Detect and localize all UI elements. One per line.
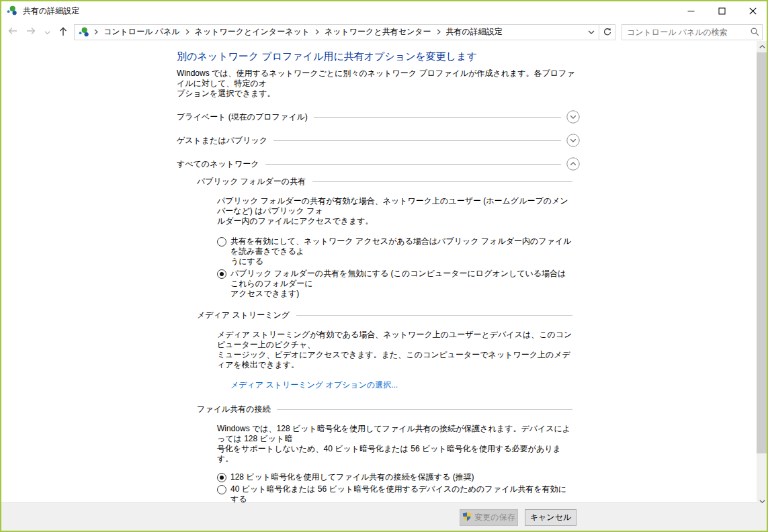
profile-guest-public: ゲストまたはパブリック [177, 134, 580, 147]
section-title: ファイル共有の接続 [197, 404, 277, 415]
navigation-toolbar: コントロール パネル ネットワークとインターネット ネットワークと共有センター … [0, 21, 768, 42]
settings-content: 別のネットワーク プロファイル用に共有オプションを変更します Windows で… [0, 42, 757, 502]
divider [273, 140, 561, 141]
radio-128bit-encryption[interactable]: 128 ビット暗号化を使用してファイル共有の接続を保護する (推奨) [217, 472, 572, 482]
back-icon[interactable] [7, 26, 18, 38]
up-icon[interactable] [58, 26, 69, 39]
breadcrumb-network-internet[interactable]: ネットワークとインターネット [194, 25, 310, 39]
radio-icon[interactable] [217, 269, 226, 279]
section-description: パブリック フォルダーの共有が有効な場合、ネットワーク上のユーザー (ホームグル… [217, 196, 572, 226]
window-controls [675, 0, 768, 21]
breadcrumb-network-sharing-center[interactable]: ネットワークと共有センター [324, 25, 432, 39]
refresh-icon[interactable] [599, 24, 615, 40]
breadcrumb-separator-icon [437, 29, 441, 35]
nav-buttons [0, 26, 74, 39]
cancel-label: キャンセル [530, 512, 571, 523]
radio-40-56bit-encryption[interactable]: 40 ビット暗号化または 56 ビット暗号化を使用するデバイスのためのファイル共… [217, 484, 572, 502]
section-title: パブリック フォルダーの共有 [197, 176, 312, 187]
divider [312, 181, 572, 182]
section-description: Windows では、128 ビット暗号化を使用してファイル共有の接続が保護され… [217, 424, 572, 464]
footer-bar: 変更の保存 キャンセル [0, 502, 768, 532]
search-box [622, 24, 763, 40]
radio-icon[interactable] [217, 237, 226, 247]
radio-public-folder-on[interactable]: 共有を有効にして、ネットワーク アクセスがある場合はパブリック フォルダー内のフ… [217, 236, 572, 267]
profile-all-networks: すべてのネットワーク [177, 157, 580, 171]
minimize-button[interactable] [675, 0, 706, 21]
breadcrumb-control-panel[interactable]: コントロール パネル [103, 25, 181, 39]
all-networks-panel: パブリック フォルダーの共有 パブリック フォルダーの共有が有効な場合、ネットワ… [197, 176, 572, 502]
profile-private-label: プライベート (現在のプロファイル) [177, 112, 314, 123]
scroll-up-icon[interactable] [757, 41, 768, 52]
address-bar[interactable]: コントロール パネル ネットワークとインターネット ネットワークと共有センター … [74, 24, 599, 40]
search-input[interactable] [622, 28, 747, 37]
collapse-all-networks-icon[interactable] [566, 157, 580, 171]
profile-private: プライベート (現在のプロファイル) [177, 110, 580, 124]
advanced-sharing-settings-window: 共有の詳細設定 [0, 0, 768, 42]
page-intro: Windows では、使用するネットワークごとに別々のネットワーク プロファイル… [177, 69, 577, 99]
scrollbar-thumb[interactable] [757, 52, 768, 453]
public-folder-options: 共有を有効にして、ネットワーク アクセスがある場合はパブリック フォルダー内のフ… [217, 236, 572, 299]
page-title: 別のネットワーク プロファイル用に共有オプションを変更します [177, 50, 757, 63]
cancel-button[interactable]: キャンセル [525, 509, 577, 526]
radio-icon[interactable] [217, 473, 226, 482]
search-icon[interactable] [747, 27, 762, 37]
close-button[interactable] [737, 0, 768, 21]
save-changes-button[interactable]: 変更の保存 [460, 509, 518, 526]
section-public-folder-sharing: パブリック フォルダーの共有 [197, 176, 572, 187]
divider [296, 315, 572, 316]
address-dropdown-icon[interactable] [584, 25, 599, 40]
section-description: メディア ストリーミングが有効である場合、ネットワーク上のユーザーとデバイスは、… [217, 330, 572, 370]
network-sharing-icon [7, 5, 17, 16]
expand-guest-icon[interactable] [566, 134, 580, 147]
address-network-icon [79, 27, 89, 38]
title-bar: 共有の詳細設定 [0, 0, 768, 21]
profile-all-networks-label: すべてのネットワーク [177, 159, 265, 170]
vertical-scrollbar[interactable] [757, 41, 768, 507]
section-title: メディア ストリーミング [197, 310, 296, 321]
address-bar-group: コントロール パネル ネットワークとインターネット ネットワークと共有センター … [74, 24, 615, 40]
section-file-sharing-connections: ファイル共有の接続 [197, 404, 572, 415]
divider [277, 409, 572, 410]
window-title: 共有の詳細設定 [23, 5, 79, 17]
section-media-streaming: メディア ストリーミング [197, 310, 572, 321]
forward-icon[interactable] [26, 26, 37, 38]
save-changes-label: 変更の保存 [474, 512, 515, 523]
file-sharing-options: 128 ビット暗号化を使用してファイル共有の接続を保護する (推奨) 40 ビッ… [217, 472, 572, 502]
breadcrumb-separator-icon [94, 29, 98, 35]
breadcrumb-separator-icon [185, 29, 189, 35]
divider [314, 117, 561, 118]
scroll-down-icon[interactable] [757, 496, 768, 507]
expand-private-icon[interactable] [566, 110, 580, 124]
profile-guest-label: ゲストまたはパブリック [177, 135, 273, 146]
recent-pages-dropdown-icon[interactable] [44, 28, 50, 37]
breadcrumb-separator-icon [315, 29, 319, 35]
divider [265, 164, 561, 165]
radio-icon[interactable] [217, 485, 226, 494]
maximize-button[interactable] [706, 0, 737, 21]
uac-shield-icon [462, 512, 472, 523]
media-streaming-options-link[interactable]: メディア ストリーミング オプションの選択... [230, 380, 572, 391]
breadcrumb-advanced-sharing[interactable]: 共有の詳細設定 [445, 25, 503, 39]
radio-public-folder-off[interactable]: パブリック フォルダーの共有を無効にする (このコンピューターにログオンしている… [217, 269, 572, 299]
